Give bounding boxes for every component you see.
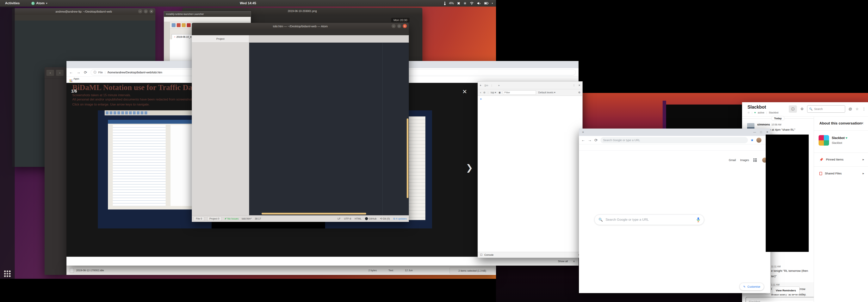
project-tab[interactable]: Project (192, 35, 249, 42)
log-levels-selector[interactable]: Default levels ▾ (538, 91, 555, 94)
channel-topic[interactable]: Slackbot (769, 111, 778, 114)
lint-status[interactable]: No Issues (227, 217, 239, 220)
kebab-menu-icon[interactable]: ⋮ (764, 138, 768, 142)
drawer-expand-icon[interactable]: ☐ (480, 254, 483, 256)
info-icon[interactable]: ⓘ (94, 70, 96, 74)
apps-shortcut[interactable]: Apps (69, 77, 79, 82)
bookmarks-overflow-icon[interactable]: » (767, 146, 768, 149)
lightbox-close-icon[interactable]: ✕ (462, 88, 467, 95)
google-apps-grid-icon[interactable] (753, 158, 757, 162)
shared-files-row[interactable]: Shared Files ▸ (814, 168, 868, 178)
google-search-box[interactable]: 🔍 (594, 214, 704, 225)
line-ending[interactable]: LF (338, 217, 340, 220)
current-file[interactable]: tobi.htm* (242, 217, 251, 220)
editor-horizontal-scrollbar[interactable] (261, 213, 366, 214)
project-count[interactable]: Project 0 (207, 216, 221, 221)
updates-label[interactable]: 4 updates (396, 217, 407, 220)
copy-icon[interactable] (182, 23, 186, 27)
message-author[interactable]: simmons (757, 123, 770, 126)
github-label[interactable]: GitHub (369, 217, 376, 220)
minimize-icon[interactable]: − (138, 9, 142, 13)
forward-icon[interactable]: → (76, 70, 81, 74)
terminal-titlebar[interactable]: andrew@andrew-ltp: ~/Desktop/bidaml-web … (12, 8, 155, 15)
git-status[interactable]: Git (0) (383, 217, 390, 220)
back-icon[interactable]: ← (69, 70, 73, 74)
code-editor[interactable] (249, 42, 409, 215)
settings-gear-icon[interactable]: ⚙ (800, 107, 804, 111)
maximize-icon[interactable]: □ (397, 24, 401, 28)
reload-icon[interactable]: ⟳ (594, 138, 598, 142)
thermometer-icon[interactable] (444, 1, 446, 5)
editor-vertical-scrollbar[interactable] (407, 119, 408, 198)
mic-icon[interactable] (696, 217, 700, 222)
forward-button[interactable]: › (56, 69, 64, 76)
reload-icon[interactable]: ⟳ (84, 70, 87, 75)
eye-icon[interactable]: ◉ (498, 91, 501, 94)
maximize-icon[interactable]: □ (760, 131, 762, 134)
close-icon[interactable]: ✕ (403, 24, 407, 28)
launcher-titlebar[interactable]: install4j-runtime-launcher-Launcher (164, 11, 251, 17)
sidebar-toggle-icon[interactable]: ⫞ (480, 91, 481, 94)
encoding[interactable]: UTF-8 (344, 217, 351, 220)
back-icon[interactable]: ← (581, 138, 585, 142)
console-filter-input[interactable] (503, 91, 536, 95)
file-count[interactable]: File 0 (194, 216, 204, 221)
mentions-icon[interactable]: @ (848, 107, 852, 111)
battery-icon[interactable] (484, 2, 489, 4)
kebab-menu-icon[interactable]: ⋮ (862, 107, 866, 111)
file-manager-list-row[interactable]: 2019-06-12-170002.idle 2 bytes Text 12 J… (66, 266, 496, 275)
cursor-position[interactable]: 38:17 (255, 217, 261, 220)
show-all-downloads-button[interactable]: Show all (558, 260, 568, 263)
inspect-icon[interactable]: ⌖ (480, 83, 481, 87)
wifi-icon[interactable] (470, 2, 474, 5)
close-icon[interactable]: ✕ (149, 9, 153, 13)
minimize-icon[interactable]: − (392, 24, 396, 28)
devtools-close-icon[interactable]: ✕ (578, 84, 581, 87)
maximize-icon[interactable]: □ (144, 9, 148, 13)
kebab-menu-icon[interactable]: ⋮ (573, 84, 575, 87)
show-applications-icon[interactable] (2, 269, 12, 279)
atom-titlebar[interactable]: tobi.htm — ~/Desktop/bidaml-web — Atom −… (192, 23, 409, 29)
close-icon[interactable]: ✕ (766, 131, 768, 134)
star-icon[interactable]: ☆ (747, 111, 750, 114)
profile-avatar[interactable] (762, 158, 767, 163)
app-menu[interactable]: Atom▾ (31, 1, 47, 5)
lightbox-next-icon[interactable]: ❯ (466, 163, 473, 172)
images-link[interactable]: Images (740, 159, 749, 162)
forward-icon[interactable]: → (588, 138, 592, 142)
date-divider[interactable]: Today (771, 116, 785, 121)
minimize-icon[interactable]: — (753, 131, 756, 134)
toolbar-icon[interactable] (172, 23, 176, 27)
context-selector[interactable]: top ▾ (491, 91, 496, 94)
settings-gear-icon[interactable]: ⚙ (578, 91, 581, 94)
bookmark-star-icon[interactable]: ★ (751, 138, 754, 142)
activities-button[interactable]: Activities (5, 1, 20, 5)
panel-close-icon[interactable]: ✕ (861, 121, 864, 126)
more-tabs-icon[interactable]: » (498, 84, 499, 87)
gmail-link[interactable]: Gmail (729, 159, 736, 162)
profile-avatar[interactable] (756, 138, 762, 143)
device-toolbar-icon[interactable]: ▯▭ (485, 84, 488, 87)
cut-icon[interactable] (177, 23, 181, 27)
chevron-down-icon[interactable]: ▾ (492, 2, 493, 5)
grammar[interactable]: HTML (354, 217, 361, 220)
clock[interactable]: Wed 14:45 (240, 1, 256, 5)
new-tab-icon[interactable]: + (582, 130, 584, 134)
back-button[interactable]: ‹ (46, 69, 54, 76)
slack-tray-icon[interactable]: ✳ (463, 1, 467, 6)
console-prompt[interactable]: > (478, 96, 582, 100)
clear-console-icon[interactable]: ⊘ (484, 91, 486, 94)
pinwheel-icon[interactable]: ✖ (457, 1, 460, 6)
search-input[interactable] (606, 218, 694, 222)
volume-muted-icon[interactable]: ✕ (477, 2, 481, 5)
delete-icon[interactable] (187, 23, 191, 27)
view-reminders-button[interactable]: View Reminders (772, 287, 800, 294)
slack-search[interactable]: 🔍 (807, 105, 845, 113)
search-input[interactable] (814, 107, 839, 110)
pinned-items-row[interactable]: 📌 Pinned Items ▸ (814, 155, 868, 165)
downloads-close-icon[interactable]: ✕ (573, 260, 575, 263)
starred-icon[interactable]: ☆ (856, 107, 859, 111)
address-bar[interactable]: Search Google or type a URL (600, 137, 748, 143)
conversation-details-button[interactable]: ⓘ (789, 105, 797, 113)
customise-button[interactable]: ✎ Customise (740, 283, 764, 290)
